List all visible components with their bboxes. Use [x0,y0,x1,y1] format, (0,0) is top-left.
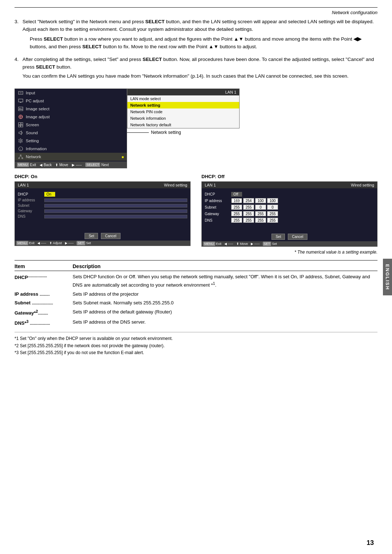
select-key: SELECT [85,163,100,167]
setting-icon [18,138,24,144]
dhcp-on-nav1: ◀ ----- [37,241,46,245]
menu-key3: MENU [203,242,215,246]
item3-arrow2: ◀▶ [354,36,362,42]
dhcp-off-field-ip: IP address [205,199,228,203]
dhcp-ip-2[interactable]: 254 [243,198,254,203]
menu-exit-btn[interactable]: MENU Exit [17,163,36,167]
sidebar-item-input[interactable]: Input [15,89,127,97]
dhcp-off-set[interactable]: SET Set [263,242,277,246]
exit-label: Exit [30,163,36,167]
network-bullet: ■ [122,155,124,159]
submenu-header: LAN 1 [127,89,239,95]
sidebar-item-information[interactable]: i Information [15,145,127,153]
submenu-item-lanmode[interactable]: LAN mode select [127,95,239,102]
dhcp-on-bottom: MENU Exit ◀ ----- ⬆ Adjust ▶ ----- SET S… [15,241,190,246]
dhcp-off-exit[interactable]: MENU Exit [203,242,221,246]
desc-text-gateway: Sets IP address of the default gateway (… [73,308,377,317]
dhcp-on-value: On [44,192,55,197]
sidebar-item-pcadjust[interactable]: PC adjust [15,97,127,105]
dhcp-off-value: Off [231,192,242,197]
item3-sub-select2: SELECT [82,44,102,49]
submenu-item-networkpin[interactable]: Network PIN code [127,108,239,115]
sidebar-item-imageselect[interactable]: Image select [15,105,127,113]
item4-number: 4. [15,56,20,82]
sidebar-item-label: Information [26,147,47,151]
dhcp-on-exit[interactable]: MENU Exit [16,241,34,245]
sidebar-item-label: Input [26,91,35,95]
ui-screenshot: Input PC adjust Image select [15,89,377,168]
dhcp-on-cancel-btn[interactable]: Cancel [101,233,120,239]
dhcp-off-container: DHCP: Off LAN 1 Wired setting DHCP Off I… [201,174,377,247]
dhcp-off-nav1: ◀ ----- [224,242,233,246]
submenu-item-networkfactory[interactable]: Network factory default [127,122,239,128]
dhcp-on-wired-label: Wired setting [164,183,187,187]
image-adjust-icon [18,114,24,120]
dhcp-on-adjust: ⬆ Adjust [49,241,62,245]
desc-row-dns: DNS*3 .................... Sets IP addre… [15,319,377,327]
dhcp-on-header: LAN 1 Wired setting [15,182,190,188]
item3-sub-text3: buttons and move among the items with th… [244,36,354,42]
dhcp-on-row-subnet: Subnet [15,203,190,208]
svg-rect-3 [20,102,21,103]
dhcp-off-set-btn[interactable]: Set [271,234,285,240]
dhcp-off-move: ⬆ Move [236,242,248,246]
sidebar-item-label: Image adjust [26,115,50,119]
sidebar-item-sound[interactable]: Sound [15,129,127,137]
dhcp-off-row-gateway: Gateway 255 255 255 255 [202,210,377,217]
dhcp-field-subnet: Subnet [18,204,41,208]
dhcp-subnet-3[interactable]: 0 [255,205,266,210]
dhcp-gateway-3[interactable]: 255 [255,211,266,216]
dhcp-subnet-4[interactable]: 0 [267,205,278,210]
item3-sub-select1: SELECT [44,36,63,42]
dhcp-field-dhcp: DHCP [18,192,41,196]
dhcp-dns-1[interactable]: 255 [231,218,242,223]
dhcp-dns-3[interactable]: 255 [255,218,266,223]
dhcp-gateway-4[interactable]: 255 [267,211,278,216]
sidebar-item-imageadjust[interactable]: Image adjust [15,113,127,121]
dhcp-off-bottom: MENU Exit ◀ ----- ⬆ Move ▶ ----- SET Set [202,241,377,246]
dhcp-ip-3[interactable]: 100 [255,198,266,203]
dhcp-on-container: DHCP: On LAN 1 Wired setting DHCP On IP … [15,174,191,247]
submenu-item-networkinfo[interactable]: Network information [127,115,239,122]
submenu-item-networksetting[interactable]: Network setting [127,102,239,108]
dhcp-dns-4[interactable]: 255 [267,218,278,223]
dhcp-ip-1[interactable]: 169 [231,198,242,203]
footnotes-section: *1 Set "On" only when the DHCP server is… [15,332,377,356]
dhcp-on-set[interactable]: SET Set [77,241,91,245]
dhcp-dns-2[interactable]: 255 [243,218,254,223]
move-btn[interactable]: ⬆ Move [55,163,68,167]
dhcp-off-cancel-btn[interactable]: Cancel [288,234,307,240]
dhcp-on-nav2: ▶ ----- [65,241,74,245]
back-btn[interactable]: ◀ Back [40,163,52,167]
item3-arrow1: ▲▼ [234,36,244,42]
move-label: Move [59,163,68,167]
desc-item-ip: IP address .......... [15,291,73,298]
dhcp-subnet-2[interactable]: 255 [243,205,254,210]
svg-rect-10 [21,123,23,125]
sidebar-item-network[interactable]: Network ■ [15,153,127,161]
image-select-icon [18,106,24,112]
dhcp-subnet-1[interactable]: 255 [231,205,242,210]
menu-area: Input PC adjust Image select [15,89,240,168]
dhcp-on-set-btn[interactable]: Set [85,233,98,239]
sidebar-item-setting[interactable]: Setting [15,137,127,145]
dhcp-dns-inputs: 255 255 255 255 [231,218,278,223]
sidebar-item-label: Sound [26,131,38,135]
network-icon [18,154,24,160]
svg-point-17 [20,155,21,156]
next-label: Next [101,163,109,167]
desc-row-gateway: Gateway*2.......... Sets IP address of t… [15,308,377,317]
svg-marker-13 [19,131,21,135]
svg-rect-9 [19,123,21,125]
sidebar-item-screen[interactable]: Screen [15,121,127,129]
dhcp-ip-4[interactable]: 100 [267,198,278,203]
dhcp-on-row-dns: DNS [15,214,190,219]
page-number: 13 [367,539,374,547]
menu-key2: MENU [16,241,28,245]
next-btn[interactable]: SELECT Next [85,163,109,167]
dhcp-field-gateway: Gateway [18,209,41,213]
dhcp-gateway-2[interactable]: 255 [243,211,254,216]
dhcp-off-header: LAN 1 Wired setting [202,182,377,188]
dhcp-gateway-1[interactable]: 255 [231,211,242,216]
side-tab-english: ENGLISH [383,259,392,296]
